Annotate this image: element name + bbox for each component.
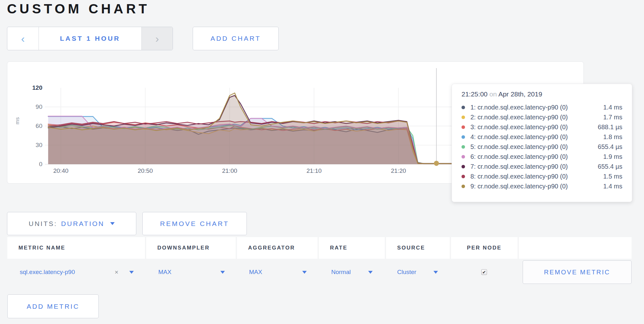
- tooltip-series-row: 6: cr.node.sql.exec.latency-p90 (0)1.9 m…: [462, 152, 622, 162]
- y-tick-label: 120: [11, 84, 42, 91]
- page-title: CUSTOM CHART: [7, 1, 150, 17]
- source-dropdown[interactable]: [432, 260, 438, 284]
- x-tick-label: 21:20: [391, 167, 406, 174]
- tooltip-series-label: 3: cr.node.sql.exec.latency-p90 (0): [470, 123, 598, 131]
- tooltip-series-label: 2: cr.node.sql.exec.latency-p90 (0): [470, 114, 603, 121]
- tooltip-series-value: 655.4 µs: [598, 163, 622, 170]
- aggregator-dropdown[interactable]: [300, 260, 307, 284]
- col-header-source: SOURCE: [386, 237, 450, 259]
- metric-name-value[interactable]: sql.exec.latency-p90: [20, 260, 75, 284]
- tooltip-series-value: 1.9 ms: [603, 153, 622, 160]
- tooltip-series-label: 8: cr.node.sql.exec.latency-p90 (0): [470, 173, 603, 180]
- rate-dropdown[interactable]: [366, 260, 373, 284]
- x-tick-label: 21:10: [306, 167, 322, 174]
- units-dropdown[interactable]: UNITS: DURATION: [7, 212, 136, 235]
- tooltip-conjunction: on: [490, 90, 497, 98]
- time-window-range-button[interactable]: LAST 1 HOUR: [39, 27, 142, 50]
- y-tick-label: 30: [11, 142, 42, 149]
- series-color-dot: [462, 165, 465, 168]
- chevron-left-icon: ‹: [21, 32, 25, 45]
- tooltip-series-value: 1.4 ms: [603, 183, 622, 190]
- col-header-per-node: PER NODE: [451, 237, 518, 259]
- tooltip-series-label: 7: cr.node.sql.exec.latency-p90 (0): [470, 163, 598, 170]
- aggregator-value[interactable]: MAX: [249, 260, 262, 284]
- tooltip-series-row: 5: cr.node.sql.exec.latency-p90 (0)655.4…: [462, 142, 622, 152]
- col-header-actions: [519, 237, 632, 259]
- time-window-prev-button[interactable]: ‹: [7, 27, 39, 50]
- series-color-dot: [462, 106, 465, 109]
- tooltip-series-value: 1.4 ms: [603, 104, 622, 111]
- tooltip-time: 21:25:00: [462, 90, 488, 98]
- tooltip-series-value: 1.5 ms: [603, 173, 622, 180]
- chevron-down-icon: [220, 271, 225, 274]
- tooltip-series-value: 1.7 ms: [603, 114, 622, 121]
- tooltip-series-value: 1.8 ms: [603, 133, 622, 141]
- time-window-selector: ‹ LAST 1 HOUR ›: [7, 27, 173, 50]
- series-color-dot: [462, 125, 465, 129]
- tooltip-series-label: 1: cr.node.sql.exec.latency-p90 (0): [470, 104, 603, 111]
- x-tick-label: 20:40: [53, 167, 68, 174]
- chevron-down-icon: [110, 222, 115, 225]
- series-color-dot: [462, 135, 465, 139]
- tooltip-series-label: 5: cr.node.sql.exec.latency-p90 (0): [470, 143, 598, 151]
- source-value[interactable]: Cluster: [397, 260, 416, 284]
- series-color-dot: [462, 185, 465, 188]
- y-tick-label: 60: [11, 123, 42, 130]
- tooltip-series-row: 8: cr.node.sql.exec.latency-p90 (0)1.5 m…: [462, 172, 622, 181]
- tooltip-series-row: 1: cr.node.sql.exec.latency-p90 (0)1.4 m…: [462, 102, 622, 112]
- remove-chart-button[interactable]: REMOVE CHART: [142, 212, 247, 235]
- tooltip-date: Apr 28th, 2019: [498, 90, 542, 98]
- tooltip-series-label: 6: cr.node.sql.exec.latency-p90 (0): [470, 153, 603, 160]
- hover-point-dot: [434, 161, 439, 166]
- time-window-next-button[interactable]: ›: [142, 27, 173, 50]
- units-value: DURATION: [61, 220, 104, 228]
- tooltip-series-row: 2: cr.node.sql.exec.latency-p90 (0)1.7 m…: [462, 112, 622, 122]
- y-tick-label: 0: [11, 161, 42, 168]
- remove-metric-button[interactable]: REMOVE METRIC: [523, 260, 632, 284]
- x-tick-label: 20:50: [138, 167, 153, 174]
- chevron-down-icon: [433, 271, 438, 274]
- tooltip-series-label: 4: cr.node.sql.exec.latency-p90 (0): [470, 133, 603, 141]
- chevron-down-icon: [368, 271, 373, 274]
- per-node-cell: ✔: [481, 260, 487, 284]
- rate-value[interactable]: Normal: [331, 260, 351, 284]
- per-node-checkbox[interactable]: ✔: [481, 269, 487, 275]
- tooltip-series-label: 9: cr.node.sql.exec.latency-p90 (0): [470, 183, 603, 190]
- col-header-metric-name: METRIC NAME: [7, 237, 145, 259]
- add-metric-button[interactable]: ADD METRIC: [7, 294, 99, 318]
- clear-metric-icon[interactable]: ×: [115, 260, 118, 284]
- tooltip-series-row: 7: cr.node.sql.exec.latency-p90 (0)655.4…: [462, 162, 622, 172]
- tooltip-series-row: 4: cr.node.sql.exec.latency-p90 (0)1.8 m…: [462, 132, 622, 142]
- tooltip-series-row: 3: cr.node.sql.exec.latency-p90 (0)688.1…: [462, 122, 622, 132]
- downsampler-value[interactable]: MAX: [158, 260, 171, 284]
- tooltip-timestamp: 21:25:00 on Apr 28th, 2019: [462, 90, 622, 98]
- series-color-dot: [462, 145, 465, 149]
- tooltip-series-value: 688.1 µs: [598, 123, 622, 131]
- metric-name-dropdown[interactable]: [127, 260, 134, 284]
- units-label: UNITS:: [29, 220, 57, 228]
- x-tick-label: 21:00: [222, 167, 237, 174]
- series-color-dot: [462, 155, 465, 158]
- chevron-right-icon: ›: [155, 32, 159, 45]
- series-color-dot: [462, 116, 465, 119]
- chevron-down-icon: [302, 271, 307, 274]
- chevron-down-icon: [129, 271, 134, 274]
- col-header-aggregator: AGGREGATOR: [237, 237, 318, 259]
- y-tick-label: 90: [11, 103, 42, 110]
- tooltip-series-list: 1: cr.node.sql.exec.latency-p90 (0)1.4 m…: [462, 102, 622, 191]
- col-header-rate: RATE: [319, 237, 385, 259]
- tooltip-series-row: 9: cr.node.sql.exec.latency-p90 (0)1.4 m…: [462, 181, 622, 191]
- col-header-downsampler: DOWNSAMPLER: [146, 237, 236, 259]
- add-chart-button[interactable]: ADD CHART: [193, 27, 279, 50]
- series-color-dot: [462, 175, 465, 178]
- downsampler-dropdown[interactable]: [218, 260, 225, 284]
- chart-hover-tooltip: 21:25:00 on Apr 28th, 2019 1: cr.node.sq…: [452, 84, 632, 202]
- tooltip-series-value: 655.4 µs: [598, 143, 622, 151]
